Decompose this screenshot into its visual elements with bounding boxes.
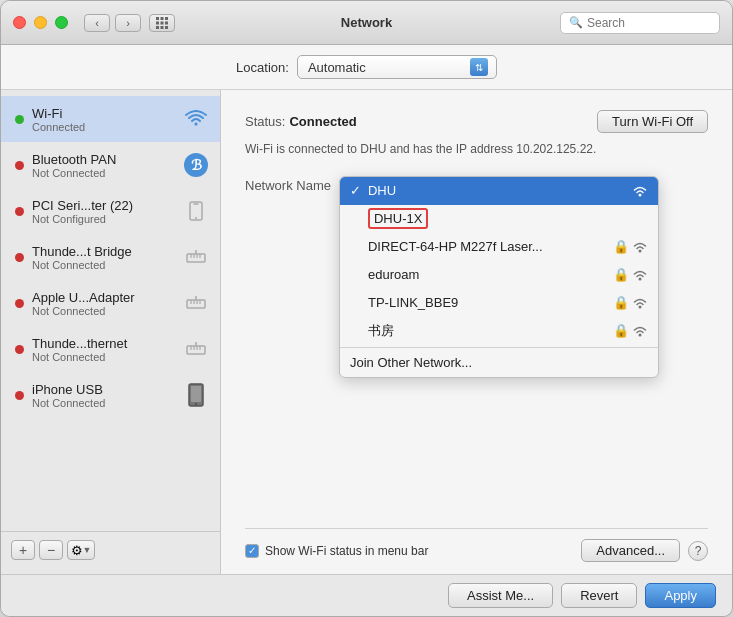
search-box[interactable]: 🔍 [560, 12, 720, 34]
eduroam-icons: 🔒 [613, 267, 648, 282]
status-description: Wi-Fi is connected to DHU and has the IP… [245, 141, 708, 158]
network-dropdown-container: ✓ DHU [339, 176, 708, 378]
sidebar-item-apple-usb[interactable]: Apple U...Adapter Not Connected [1, 280, 220, 326]
bluetooth-badge: ℬ [184, 153, 208, 177]
help-button[interactable]: ? [688, 541, 708, 561]
sidebar-item-iphone-usb[interactable]: iPhone USB Not Connected [1, 372, 220, 418]
svg-point-37 [638, 334, 641, 337]
svg-rect-24 [187, 346, 205, 354]
ethernet-icon-3 [182, 335, 210, 363]
network-item-shufang[interactable]: 书房 🔒 [340, 317, 658, 345]
network-item-eduroam[interactable]: eduroam 🔒 [340, 261, 658, 289]
network-item-dhu[interactable]: ✓ DHU [340, 177, 658, 205]
search-input[interactable] [587, 16, 711, 30]
grid-icon [156, 17, 168, 29]
sidebar-item-name-iphone: iPhone USB [32, 382, 182, 397]
close-button[interactable] [13, 16, 26, 29]
lock-icon-eduroam: 🔒 [613, 267, 629, 282]
turn-wifi-off-button[interactable]: Turn Wi-Fi Off [597, 110, 708, 133]
window-title: Network [341, 15, 392, 30]
sidebar: Wi-Fi Connected Bluetooth [1, 90, 221, 574]
network-name-dhu1x: DHU-1X [368, 211, 648, 226]
location-select[interactable]: Automatic ⇅ [297, 55, 497, 79]
sidebar-item-text-thunderbolt-bridge: Thunde...t Bridge Not Connected [32, 244, 182, 271]
sidebar-item-status-bluetooth: Not Connected [32, 167, 182, 179]
network-name-direct: DIRECT-64-HP M227f Laser... [368, 239, 613, 254]
lock-icon-tplink: 🔒 [613, 295, 629, 310]
remove-network-button[interactable]: − [39, 540, 63, 560]
join-other-network-item[interactable]: Join Other Network... [340, 350, 658, 377]
sidebar-item-text-bluetooth: Bluetooth PAN Not Connected [32, 152, 182, 179]
location-value: Automatic [308, 60, 366, 75]
location-label: Location: [236, 60, 289, 75]
add-network-button[interactable]: + [11, 540, 35, 560]
minimize-button[interactable] [34, 16, 47, 29]
iphone-device-icon [188, 383, 204, 407]
dropdown-divider [340, 347, 658, 348]
phone-signal-icon [186, 200, 206, 222]
forward-button[interactable]: › [115, 14, 141, 32]
sidebar-item-name-apple-usb: Apple U...Adapter [32, 290, 182, 305]
location-bar: Location: Automatic ⇅ [1, 45, 732, 90]
add-icon: + [19, 542, 27, 558]
back-button[interactable]: ‹ [84, 14, 110, 32]
sidebar-item-thunderbolt-bridge[interactable]: Thunde...t Bridge Not Connected [1, 234, 220, 280]
status-label: Status: [245, 114, 285, 129]
status-dot-wifi [15, 115, 24, 124]
network-name-eduroam: eduroam [368, 267, 613, 282]
select-arrow-icon: ⇅ [470, 58, 488, 76]
svg-rect-0 [156, 17, 159, 20]
sidebar-item-thunderbolt-ethernet[interactable]: Thunde...thernet Not Connected [1, 326, 220, 372]
iphone-icon-sidebar [182, 381, 210, 409]
svg-point-36 [638, 306, 641, 309]
status-value: Connected [289, 114, 356, 129]
sidebar-item-pci-serial[interactable]: PCI Seri...ter (22) Not Configured [1, 188, 220, 234]
gear-dropdown-arrow: ▼ [83, 545, 92, 555]
sidebar-item-name-wifi: Wi-Fi [32, 106, 182, 121]
network-name-dhu: DHU [368, 183, 632, 198]
svg-rect-6 [156, 26, 159, 29]
svg-rect-1 [161, 17, 164, 20]
advanced-button[interactable]: Advanced... [581, 539, 680, 562]
network-window: ‹ › Network 🔍 Location: Automat [0, 0, 733, 617]
network-item-tplink[interactable]: TP-LINK_BBE9 🔒 [340, 289, 658, 317]
network-item-direct[interactable]: DIRECT-64-HP M227f Laser... 🔒 [340, 233, 658, 261]
svg-point-11 [195, 217, 197, 219]
wifi-icon-direct [632, 240, 648, 253]
bluetooth-icon-sidebar: ℬ [182, 151, 210, 179]
show-wifi-checkbox[interactable]: ✓ [245, 544, 259, 558]
status-dot-thunderbolt-eth [15, 345, 24, 354]
direct-icons: 🔒 [613, 239, 648, 254]
sidebar-item-text-pci: PCI Seri...ter (22) Not Configured [32, 198, 182, 225]
assist-me-button[interactable]: Assist Me... [448, 583, 553, 608]
sidebar-item-wifi[interactable]: Wi-Fi Connected [1, 96, 220, 142]
ethernet-connector-icon-2 [185, 296, 207, 310]
network-name-row: Network Name ✓ DHU [245, 176, 708, 378]
network-item-dhu1x[interactable]: DHU-1X [340, 205, 658, 233]
svg-rect-31 [191, 386, 201, 402]
sidebar-bottom-buttons: + − ⚙ ▼ [1, 531, 220, 568]
right-panel-buttons: Advanced... ? [581, 539, 708, 562]
svg-point-35 [638, 278, 641, 281]
sidebar-item-bluetooth-pan[interactable]: Bluetooth PAN Not Connected ℬ [1, 142, 220, 188]
ethernet-connector-icon-3 [185, 342, 207, 356]
apps-grid-button[interactable] [149, 14, 175, 32]
main-content: Wi-Fi Connected Bluetooth [1, 90, 732, 574]
network-settings-gear-button[interactable]: ⚙ ▼ [67, 540, 95, 560]
titlebar: ‹ › Network 🔍 [1, 1, 732, 45]
network-dropdown-menu[interactable]: ✓ DHU [339, 176, 659, 378]
shufang-icons: 🔒 [613, 323, 648, 338]
zoom-button[interactable] [55, 16, 68, 29]
sidebar-item-status-thunderbolt-bridge: Not Connected [32, 259, 182, 271]
wifi-icon-shufang [632, 324, 648, 337]
network-name-label: Network Name [245, 176, 331, 193]
sidebar-item-status-iphone: Not Connected [32, 397, 182, 409]
sidebar-item-name-bluetooth: Bluetooth PAN [32, 152, 182, 167]
wifi-icon-dhu [632, 184, 648, 197]
svg-point-33 [638, 194, 641, 197]
status-dot-bluetooth [15, 161, 24, 170]
revert-button[interactable]: Revert [561, 583, 637, 608]
sidebar-item-name-thunderbolt-bridge: Thunde...t Bridge [32, 244, 182, 259]
svg-point-9 [195, 123, 198, 126]
apply-button[interactable]: Apply [645, 583, 716, 608]
